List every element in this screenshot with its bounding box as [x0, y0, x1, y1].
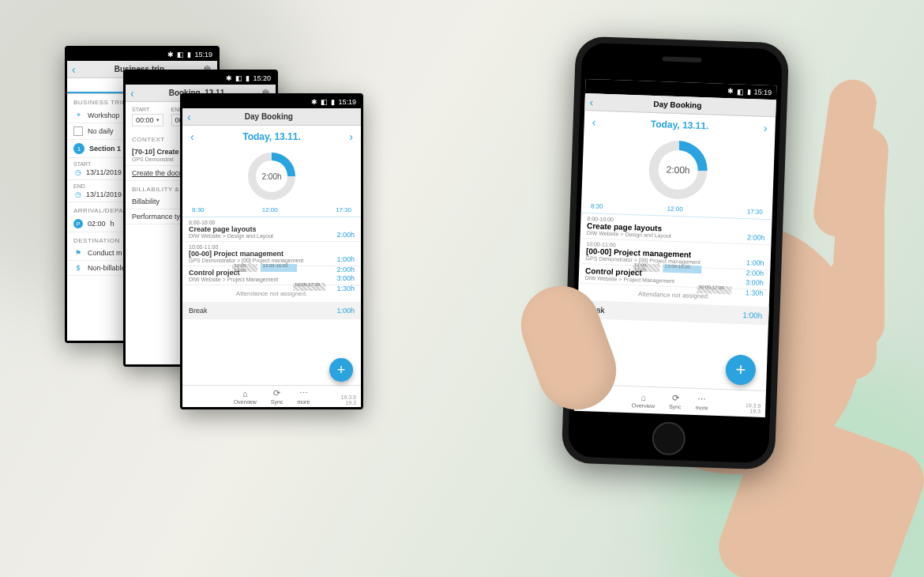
- entry-duration: 1:00h: [746, 258, 764, 267]
- start-field[interactable]: 00:00▾: [132, 114, 163, 126]
- flag-icon: ⚑: [73, 249, 83, 257]
- day-nav: ‹ Today, 13.11. ›: [182, 126, 361, 148]
- entry-time: 10:00-11:00: [189, 244, 355, 250]
- start-label: START: [132, 107, 163, 112]
- checkbox-icon[interactable]: [73, 126, 83, 136]
- hand-holding-phone: ✱◧▮ 15:19 ‹ Day Booking ‹ Today, 13.11. …: [498, 32, 877, 537]
- version-label: 19.3.919.3: [341, 394, 356, 405]
- day-label: Today, 13.11.: [651, 119, 709, 132]
- titlebar: ‹ Day Booking: [182, 108, 361, 126]
- home-icon: ⌂: [242, 389, 248, 398]
- prev-day-icon[interactable]: ‹: [592, 115, 595, 128]
- entry-time: 8:00-10:00: [189, 220, 355, 225]
- bottom-bar: ⌂Overview ⟳Sync ⋯more: [182, 385, 361, 407]
- clock-icon: ◷: [73, 168, 83, 176]
- attendance-note: Attendance not assigned.: [182, 285, 361, 302]
- break-row[interactable]: Break 1:00h: [182, 302, 361, 319]
- pin-icon: ⌖: [73, 111, 83, 119]
- booking-entry[interactable]: 10:00-11:00 [00-00] Project management G…: [182, 242, 361, 266]
- nav-more[interactable]: ⋯more: [297, 388, 310, 405]
- status-time: 15:19: [338, 98, 356, 106]
- nav-overview[interactable]: ⌂Overview: [632, 392, 655, 409]
- break-label: Break: [189, 307, 208, 315]
- status-bar: ✱◧▮ 15:19: [182, 96, 361, 108]
- timeline-tick: 12:00: [667, 206, 683, 213]
- entry-duration: 1:00h: [336, 255, 355, 263]
- entry-duration-2: 1:30h: [336, 285, 355, 292]
- page-title: Day Booking: [593, 97, 762, 111]
- add-button[interactable]: +: [329, 358, 353, 382]
- entry-duration: 3:00h: [336, 274, 355, 282]
- nav-overview[interactable]: ⌂Overview: [234, 389, 257, 405]
- entry-duration: 2:00h: [747, 233, 765, 242]
- timeline-tick: 8:30: [192, 206, 205, 213]
- donut-value: 2:00h: [666, 164, 690, 176]
- entry-duration: 2:00h: [336, 231, 355, 239]
- next-day-icon[interactable]: ›: [349, 130, 353, 143]
- break-duration: 1:00h: [336, 307, 355, 315]
- more-icon: ⋯: [697, 394, 706, 404]
- sync-icon: ⟳: [671, 393, 678, 403]
- entry-subtitle: DIW Website > Project Management: [189, 277, 355, 282]
- sync-icon: ⟳: [273, 388, 280, 398]
- status-time: 15:20: [253, 74, 271, 82]
- entry-title: Create page layouts: [189, 225, 355, 233]
- nav-sync[interactable]: ⟳Sync: [271, 388, 284, 405]
- more-icon: ⋯: [299, 388, 308, 398]
- timeline-tick: 8:30: [591, 202, 603, 210]
- timeline: 8:3012:0017:30: [182, 206, 361, 217]
- version-label: 19.3.919.3: [745, 402, 761, 414]
- status-time: 15:19: [194, 51, 212, 58]
- hours-donut: 2:00h: [648, 140, 708, 201]
- phone-screen-day-booking: ✱◧▮ 15:19 ‹ Day Booking ‹ Today, 13.11. …: [180, 93, 363, 409]
- signal-icon: ◧: [177, 51, 184, 58]
- donut-value: 2:00h: [261, 172, 281, 181]
- break-duration: 1:00h: [742, 311, 762, 320]
- timeline-tick: 17:30: [336, 206, 351, 213]
- entry-subtitle: DIW Website > Design and Layout: [189, 233, 355, 239]
- status-bar: ✱◧▮ 15:20: [126, 72, 276, 85]
- hours-donut: 2:00h: [248, 153, 295, 200]
- battery-icon: ▮: [187, 51, 191, 58]
- status-time: 15:19: [753, 88, 772, 96]
- day-label: Today, 13.11.: [242, 131, 301, 142]
- dollar-icon: $: [73, 264, 83, 272]
- clock-icon: ◷: [73, 190, 83, 198]
- chevron-down-icon: ▾: [156, 117, 160, 123]
- entry-duration-2: 1:30h: [746, 288, 764, 297]
- nav-sync[interactable]: ⟳Sync: [669, 393, 682, 410]
- status-bar: ✱ ◧ ▮ 15:19: [67, 48, 217, 61]
- entry-title: Control project: [189, 269, 355, 277]
- parking-icon: P: [73, 219, 83, 228]
- nav-more[interactable]: ⋯more: [695, 394, 708, 411]
- next-day-icon[interactable]: ›: [764, 122, 768, 134]
- step-1-icon: 1: [73, 143, 85, 154]
- entry-subtitle: GPS Demonstrator > [00] Project manageme…: [189, 258, 355, 263]
- bluetooth-icon: ✱: [167, 51, 174, 58]
- prev-day-icon[interactable]: ‹: [190, 130, 194, 143]
- page-title: Day Booking: [191, 112, 347, 121]
- entry-duration: 3:00h: [746, 278, 764, 287]
- timeline-tick: 17:30: [747, 208, 763, 216]
- booking-entry[interactable]: 8:00-10:00 Create page layouts DIW Websi…: [182, 217, 361, 242]
- home-icon: ⌂: [640, 392, 646, 402]
- booking-entry[interactable]: Control project DIW Website > Project Ma…: [182, 266, 361, 285]
- timeline-tick: 12:00: [262, 206, 278, 213]
- entry-title: [00-00] Project management: [189, 250, 355, 258]
